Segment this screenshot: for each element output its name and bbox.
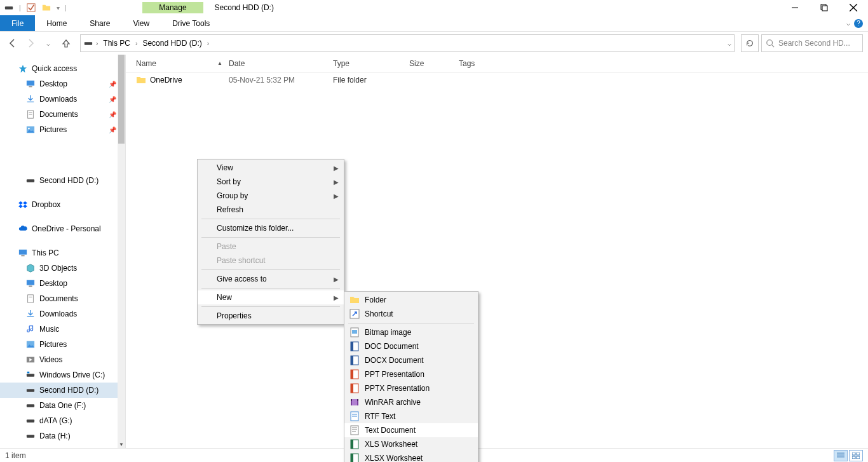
- breadcrumb-sep-2[interactable]: ›: [135, 40, 137, 47]
- file-row[interactable]: OneDrive 05-Nov-21 5:32 PM File folder: [126, 72, 868, 88]
- pictures-icon: [25, 125, 36, 135]
- sub-winrar[interactable]: WinRAR archive: [344, 395, 478, 409]
- ctx-sort-by[interactable]: Sort by▶: [198, 175, 344, 189]
- ctx-label: Paste: [217, 242, 236, 251]
- sidebar-quick-access[interactable]: Quick access: [0, 61, 125, 76]
- svg-rect-40: [351, 370, 353, 379]
- sub-label: DOC Document: [365, 342, 419, 351]
- sidebar-dropbox[interactable]: Dropbox: [0, 197, 125, 212]
- svg-rect-28: [27, 389, 34, 391]
- sidebar-scrollbar[interactable]: ▲ ▼: [118, 55, 125, 448]
- view-tab[interactable]: View: [121, 15, 161, 31]
- breadcrumb-this-pc[interactable]: This PC: [100, 37, 133, 49]
- sidebar-documents[interactable]: Documents 📌: [0, 107, 125, 122]
- drive-tools-tab[interactable]: Drive Tools: [161, 15, 221, 31]
- sidebar-downloads-2[interactable]: Downloads: [0, 306, 125, 322]
- sidebar-pictures[interactable]: Pictures 📌: [0, 122, 125, 137]
- sidebar-data-one[interactable]: Data One (F:): [0, 398, 125, 413]
- ribbon-chevron-icon[interactable]: ⌵: [846, 20, 850, 27]
- breadcrumb-second-hdd[interactable]: Second HDD (D:): [140, 37, 204, 49]
- manage-tab[interactable]: Manage: [142, 2, 203, 13]
- svg-rect-63: [852, 452, 855, 455]
- sidebar-label: Data (H:): [39, 431, 71, 440]
- sidebar-data-h[interactable]: Data (H:): [0, 428, 125, 444]
- address-bar[interactable]: › This PC › Second HDD (D:) › ⌵: [80, 34, 735, 52]
- sub-ppt[interactable]: PPT Presentation: [344, 367, 478, 381]
- sidebar-windows-drive[interactable]: Windows Drive (C:): [0, 367, 125, 383]
- details-view-button[interactable]: [834, 450, 848, 461]
- folder-qat-icon[interactable]: [41, 3, 51, 13]
- svg-rect-18: [19, 250, 27, 255]
- column-tags[interactable]: Tags: [459, 59, 510, 68]
- help-icon[interactable]: ?: [854, 19, 863, 28]
- sidebar-label: Documents: [39, 294, 78, 303]
- sidebar-data-g[interactable]: dATA (G:): [0, 413, 125, 428]
- forward-button[interactable]: [23, 36, 38, 51]
- svg-rect-0: [5, 6, 13, 9]
- ctx-give-access[interactable]: Give access to▶: [198, 272, 344, 286]
- sub-xls[interactable]: XLS Worksheet: [344, 437, 478, 451]
- svg-rect-56: [351, 454, 353, 462]
- submenu-arrow-icon: ▶: [334, 165, 339, 172]
- sidebar-onedrive[interactable]: OneDrive - Personal: [0, 221, 125, 236]
- sidebar-documents-2[interactable]: Documents: [0, 291, 125, 306]
- checkbox-icon[interactable]: [26, 3, 36, 13]
- sidebar-downloads[interactable]: Downloads 📌: [0, 92, 125, 107]
- scroll-thumb[interactable]: [118, 55, 125, 144]
- recent-dropdown[interactable]: ⌵: [41, 36, 56, 51]
- share-tab[interactable]: Share: [78, 15, 121, 31]
- ribbon: File Home Share View Drive Tools ⌵ ?: [0, 15, 868, 32]
- ctx-new[interactable]: New▶: [198, 290, 344, 304]
- bitmap-icon: [349, 327, 360, 337]
- minimize-button[interactable]: [780, 0, 810, 15]
- sub-folder[interactable]: Folder: [344, 293, 478, 307]
- column-size[interactable]: Size: [409, 59, 459, 68]
- home-tab[interactable]: Home: [35, 15, 78, 31]
- sidebar-desktop[interactable]: Desktop 📌: [0, 76, 125, 92]
- sidebar-3d-objects[interactable]: 3D Objects: [0, 261, 125, 276]
- column-type[interactable]: Type: [333, 59, 409, 68]
- sidebar-pictures-2[interactable]: Pictures: [0, 337, 125, 352]
- ctx-view[interactable]: View▶: [198, 161, 344, 175]
- up-button[interactable]: [58, 36, 74, 51]
- qat-dropdown[interactable]: ▾: [57, 4, 60, 11]
- sub-rtf[interactable]: RTF Text: [344, 409, 478, 423]
- sub-docx[interactable]: DOCX Document: [344, 353, 478, 367]
- sidebar-label: Pictures: [39, 340, 67, 349]
- ctx-customize[interactable]: Customize this folder...: [198, 221, 344, 235]
- sidebar-label: Dropbox: [32, 200, 60, 209]
- context-menu: View▶ Sort by▶ Group by▶ Refresh Customi…: [197, 159, 344, 325]
- sidebar-this-pc[interactable]: This PC: [0, 245, 125, 261]
- ctx-refresh[interactable]: Refresh: [198, 203, 344, 217]
- address-dropdown-icon[interactable]: ⌵: [728, 40, 731, 47]
- svg-rect-66: [857, 456, 860, 459]
- ctx-label: Group by: [217, 191, 248, 200]
- sub-pptx[interactable]: PPTX Presentation: [344, 381, 478, 395]
- sidebar-second-hdd[interactable]: Second HDD (D:): [0, 173, 125, 188]
- sub-text-document[interactable]: Text Document: [344, 423, 478, 437]
- ctx-group-by[interactable]: Group by▶: [198, 189, 344, 203]
- icons-view-button[interactable]: [849, 450, 863, 461]
- breadcrumb-sep[interactable]: ›: [96, 40, 98, 47]
- file-tab[interactable]: File: [0, 15, 35, 31]
- back-button[interactable]: [5, 36, 20, 51]
- search-input[interactable]: Search Second HD...: [761, 34, 863, 52]
- sidebar-second-hdd-2[interactable]: Second HDD (D:): [0, 383, 125, 398]
- column-date[interactable]: Date: [229, 59, 333, 68]
- drive-c-icon: [25, 370, 36, 380]
- close-button[interactable]: [839, 0, 868, 15]
- ctx-properties[interactable]: Properties: [198, 309, 344, 323]
- column-name[interactable]: Name▲: [136, 59, 229, 68]
- sub-xlsx[interactable]: XLSX Worksheet: [344, 451, 478, 462]
- sidebar-desktop-2[interactable]: Desktop: [0, 276, 125, 291]
- ctx-label: Customize this folder...: [217, 224, 294, 233]
- sidebar-videos[interactable]: Videos: [0, 352, 125, 367]
- sub-shortcut[interactable]: Shortcut: [344, 307, 478, 321]
- breadcrumb-sep-3[interactable]: ›: [207, 40, 209, 47]
- refresh-button[interactable]: [741, 34, 759, 52]
- sub-bitmap[interactable]: Bitmap image: [344, 325, 478, 339]
- maximize-button[interactable]: [810, 0, 839, 15]
- sub-doc[interactable]: DOC Document: [344, 339, 478, 353]
- scroll-down-icon[interactable]: ▼: [118, 440, 125, 448]
- sidebar-music[interactable]: Music: [0, 322, 125, 337]
